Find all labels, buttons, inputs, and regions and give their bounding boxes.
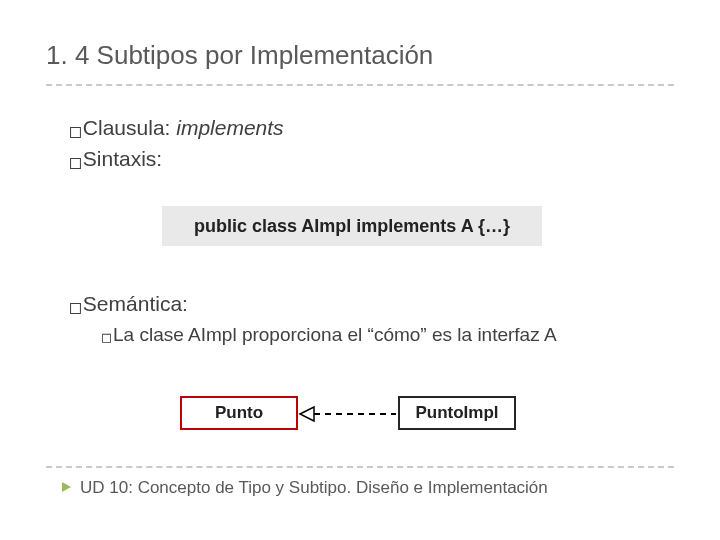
code-suffix: A {…} [456, 216, 510, 236]
footer-text: UD 10: Concepto de Tipo y Subtipo. Diseñ… [80, 478, 548, 498]
title-divider [46, 84, 674, 86]
footer-arrow-icon [60, 478, 72, 498]
code-box: public class AImpl implements A {…} [162, 206, 542, 246]
bullet-square-icon: □ [70, 120, 81, 141]
uml-realization-arrow-icon [298, 405, 398, 423]
bullet-clausula: □Clausula: implements [70, 116, 670, 141]
uml-box-puntoimpl-label: PuntoImpl [415, 403, 498, 423]
svg-marker-0 [300, 407, 314, 421]
bullet-semantica: □Semántica: [70, 292, 188, 317]
sintaxis-label: Sintaxis: [83, 147, 162, 170]
uml-box-punto: Punto [180, 396, 298, 430]
clausula-label: Clausula: [83, 116, 171, 139]
page-title: 1. 4 Subtipos por Implementación [46, 40, 433, 71]
clausula-value: implements [176, 116, 283, 139]
semantica-sub-prefix: La [113, 324, 134, 345]
code-prefix: public class AImpl [194, 216, 356, 236]
footer-divider [46, 466, 674, 468]
bullet-square-icon: □ [70, 296, 81, 317]
uml-diagram: Punto PuntoImpl [180, 388, 580, 448]
semantica-sub-rest: clase AImpl proporciona el “cómo” es la … [134, 324, 556, 345]
body-top: □Clausula: implements □Sintaxis: [70, 116, 670, 178]
uml-box-punto-label: Punto [215, 403, 263, 423]
svg-marker-2 [62, 482, 71, 492]
bullet-square-icon: □ [70, 151, 81, 172]
slide: 1. 4 Subtipos por Implementación □Clausu… [0, 0, 720, 540]
code-keyword: implements [356, 216, 456, 236]
bullet-square-small-icon: □ [102, 328, 111, 346]
uml-box-puntoimpl: PuntoImpl [398, 396, 516, 430]
footer: UD 10: Concepto de Tipo y Subtipo. Diseñ… [60, 478, 548, 498]
semantica-label: Semántica: [83, 292, 188, 315]
bullet-semantica-sub: □La clase AImpl proporciona el “cómo” es… [102, 324, 672, 346]
bullet-sintaxis: □Sintaxis: [70, 147, 670, 172]
